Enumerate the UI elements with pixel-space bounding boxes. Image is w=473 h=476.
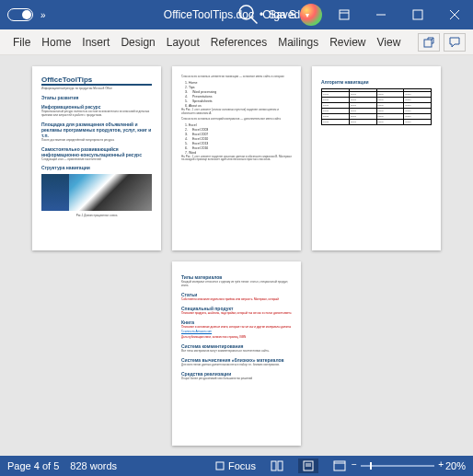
title-bar: » OfficeToolTips.doc • Saved ▾ Olga S: [0, 0, 473, 29]
svg-rect-8: [424, 40, 432, 47]
document-name: OfficeToolTips.doc: [164, 8, 254, 21]
tab-layout[interactable]: Layout: [161, 36, 205, 49]
page-thumbnail-1[interactable]: OfficeToolTips Информационный ресурс по …: [32, 66, 161, 250]
svg-rect-5: [413, 10, 422, 19]
svg-rect-13: [278, 461, 283, 470]
word-count[interactable]: 828 words: [70, 460, 117, 471]
maximize-button[interactable]: [399, 0, 436, 29]
ribbon-tabs: File Home Insert Design Layout Reference…: [0, 29, 473, 55]
minimize-button[interactable]: [363, 0, 399, 29]
tab-mailings[interactable]: Mailings: [272, 36, 324, 49]
page-indicator[interactable]: Page 4 of 5: [7, 460, 59, 471]
svg-rect-11: [216, 462, 224, 470]
screenshot-image: [41, 174, 152, 211]
page-thumbnail-2[interactable]: Список всех основных элементов навигации…: [172, 66, 301, 250]
status-bar: Page 4 of 5 828 words Focus − + 20%: [0, 456, 473, 476]
zoom-out-button[interactable]: −: [352, 459, 357, 470]
close-button[interactable]: [436, 0, 473, 29]
zoom-level[interactable]: 20%: [445, 460, 466, 471]
read-mode-button[interactable]: [267, 459, 287, 473]
save-status-chevron-icon[interactable]: ▾: [306, 11, 309, 19]
print-layout-button[interactable]: [298, 459, 318, 473]
page-thumbnail-3[interactable]: Алгоритм навигации xxxxxxxxxxxxxxxxxxxx …: [312, 66, 441, 250]
tab-home[interactable]: Home: [36, 36, 76, 49]
web-layout-button[interactable]: [329, 459, 350, 473]
doc-title: OfficeToolTips: [41, 75, 152, 86]
zoom-in-button[interactable]: +: [438, 459, 444, 470]
tab-review[interactable]: Review: [324, 36, 371, 49]
ribbon-display-button[interactable]: [326, 0, 363, 29]
comments-button[interactable]: [444, 33, 466, 52]
page-thumbnail-4[interactable]: Типы материалов Каждый материал относитс…: [172, 261, 301, 446]
tab-design[interactable]: Design: [115, 36, 160, 49]
svg-rect-12: [271, 461, 276, 470]
zoom-slider[interactable]: − +: [361, 465, 434, 467]
tab-insert[interactable]: Insert: [76, 36, 115, 49]
tab-references[interactable]: References: [205, 36, 272, 49]
svg-rect-2: [340, 10, 349, 19]
save-status: Saved: [269, 8, 300, 21]
focus-mode[interactable]: Focus: [214, 460, 256, 471]
tab-file[interactable]: File: [7, 36, 36, 49]
quick-access-chevron-icon[interactable]: »: [40, 10, 46, 20]
share-button[interactable]: [418, 33, 440, 52]
navigation-table: xxxxxxxxxxxxxxxxxxxx xxxxxxxxxxxxxxxxxxx…: [321, 88, 432, 125]
tab-view[interactable]: View: [372, 36, 407, 49]
document-area[interactable]: OfficeToolTips Информационный ресурс по …: [0, 55, 473, 456]
autosave-toggle[interactable]: [7, 8, 33, 21]
